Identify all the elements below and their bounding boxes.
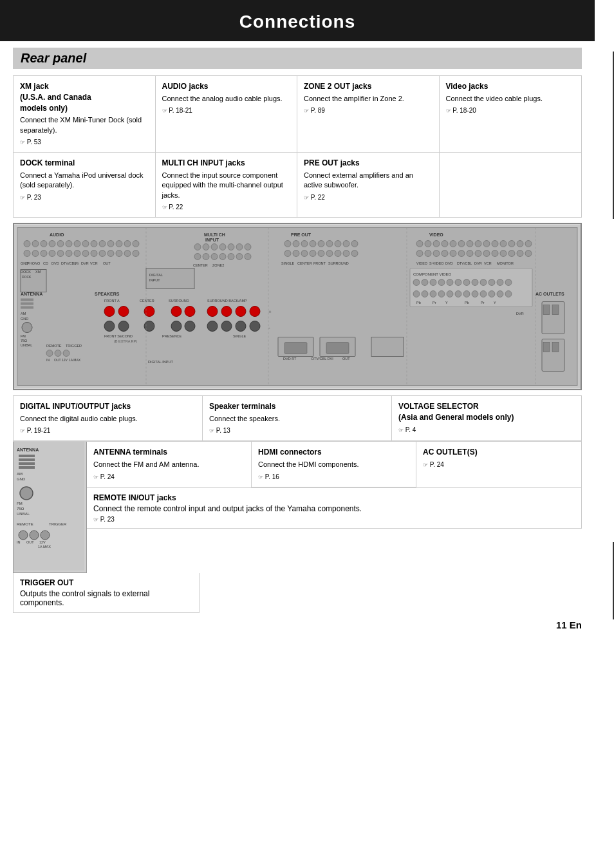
svg-point-105 (492, 250, 498, 257)
svg-point-233 (20, 487, 33, 500)
svg-point-109 (525, 250, 532, 257)
svg-point-139 (422, 291, 428, 297)
svg-point-75 (343, 250, 349, 257)
svg-point-59 (284, 241, 291, 247)
svg-point-103 (475, 250, 481, 257)
svg-point-62 (310, 241, 316, 247)
svg-point-9 (74, 241, 80, 247)
svg-point-66 (343, 241, 349, 247)
svg-point-197 (46, 350, 53, 357)
remote-inout-title: REMOTE IN/OUT jacks (93, 493, 575, 502)
svg-point-137 (505, 279, 512, 286)
svg-point-85 (442, 241, 448, 247)
svg-point-95 (525, 241, 532, 247)
svg-point-44 (211, 244, 218, 250)
svg-point-17 (24, 250, 30, 257)
zone2-out-box: ZONE 2 OUT jacks Connect the amplifier i… (297, 76, 440, 152)
svg-rect-206 (543, 305, 550, 315)
svg-point-93 (508, 241, 515, 247)
speaker-terminals-ref: ☞ P. 13 (209, 426, 385, 435)
antenna-terminals-box: ANTENNA terminals Connect the FM and AM … (87, 442, 252, 487)
svg-point-101 (458, 250, 465, 257)
video-jacks-box: Video jacks Connect the video cable plug… (440, 76, 582, 152)
svg-point-68 (284, 250, 291, 257)
svg-point-65 (335, 241, 341, 247)
xm-jack-body: Connect the XM Mini-Tuner Dock (sold sep… (20, 115, 149, 135)
svg-point-171 (104, 307, 115, 317)
antenna-terminals-title: ANTENNA terminals (93, 447, 245, 458)
svg-point-82 (416, 241, 423, 247)
dock-terminal-box: DOCK terminal Connect a Yamaha iPod univ… (14, 153, 156, 217)
svg-text:DVD RT: DVD RT (283, 357, 297, 361)
svg-text:PRE OUT: PRE OUT (291, 232, 312, 237)
svg-text:CD: CD (43, 261, 48, 265)
trigger-out-box: TRIGGER OUT Outputs the control signals … (13, 573, 200, 613)
svg-point-61 (301, 241, 308, 247)
svg-point-134 (480, 279, 487, 286)
voltage-selector-box: VOLTAGE SELECTOR(Asia and General models… (392, 396, 581, 441)
svg-point-185 (185, 321, 195, 332)
svg-point-177 (221, 307, 232, 317)
svg-text:SINGLE: SINGLE (233, 334, 247, 338)
svg-text:DVR: DVR (516, 312, 524, 316)
svg-point-11 (91, 241, 97, 247)
svg-point-71 (310, 250, 316, 257)
svg-text:ZONE2: ZONE2 (212, 263, 224, 267)
svg-point-25 (91, 250, 97, 257)
svg-point-64 (326, 241, 333, 247)
svg-text:TRIGGER: TRIGGER (66, 344, 82, 348)
svg-point-48 (245, 244, 251, 250)
svg-text:DTV/CBL: DTV/CBL (457, 261, 472, 265)
voltage-selector-title: VOLTAGE SELECTOR(Asia and General models… (398, 401, 575, 423)
svg-text:OUT: OUT (54, 358, 61, 362)
svg-text:AM: AM (21, 312, 26, 316)
svg-text:AUDIO: AUDIO (50, 232, 64, 237)
svg-text:AC OUTLETS: AC OUTLETS (535, 292, 564, 296)
svg-point-73 (326, 250, 333, 257)
svg-text:Pb: Pb (465, 301, 469, 305)
svg-text:INPUT: INPUT (149, 278, 160, 282)
svg-point-6 (49, 241, 55, 247)
svg-point-76 (351, 250, 358, 257)
svg-point-148 (497, 291, 503, 297)
svg-text:CENTER: CENTER (140, 299, 154, 303)
svg-text:Ri: Ri (75, 261, 79, 265)
svg-point-162 (22, 323, 32, 333)
svg-point-104 (483, 250, 490, 257)
svg-point-102 (467, 250, 473, 257)
svg-point-74 (335, 250, 341, 257)
svg-point-143 (455, 291, 461, 297)
svg-point-89 (475, 241, 481, 247)
svg-point-50 (203, 254, 209, 260)
svg-point-128 (430, 279, 436, 286)
svg-point-142 (447, 291, 453, 297)
remote-inout-box: REMOTE IN/OUT jacks Connect the remote c… (87, 488, 582, 529)
svg-point-19 (41, 250, 47, 257)
svg-point-133 (472, 279, 478, 286)
svg-text:OUT: OUT (103, 261, 111, 265)
svg-text:SPEAKERS: SPEAKERS (95, 292, 120, 296)
pre-out-body: Connect external amplifiers and an activ… (304, 171, 433, 191)
svg-point-129 (438, 279, 445, 286)
svg-point-87 (458, 241, 465, 247)
svg-text:SURROUND: SURROUND (169, 299, 189, 303)
speaker-terminals-title: Speaker terminals (209, 401, 385, 412)
svg-rect-158 (21, 303, 33, 305)
svg-point-3 (24, 241, 30, 247)
svg-point-8 (66, 241, 72, 247)
svg-text:UNBAL: UNBAL (21, 343, 32, 347)
zone2-out-title: ZONE 2 OUT jacks (304, 81, 433, 92)
svg-text:1A MAX: 1A MAX (69, 358, 81, 362)
svg-text:Pb: Pb (416, 301, 421, 305)
svg-rect-159 (21, 307, 33, 309)
svg-text:DVD: DVD (51, 261, 59, 265)
svg-point-13 (107, 241, 114, 247)
svg-text:ANTENNA: ANTENNA (17, 448, 39, 452)
svg-text:VCR: VCR (90, 261, 98, 265)
svg-text:VIDEO: VIDEO (416, 261, 428, 265)
svg-point-239 (19, 531, 28, 540)
svg-point-149 (505, 291, 512, 297)
svg-point-86 (450, 241, 456, 247)
svg-point-97 (425, 250, 431, 257)
svg-point-188 (236, 321, 246, 332)
